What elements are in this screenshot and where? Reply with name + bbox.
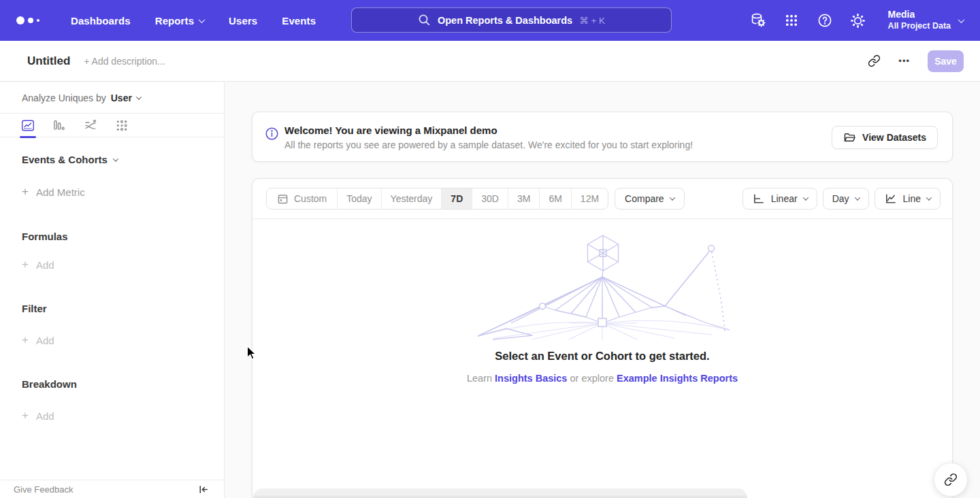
sidebar-footer: Give Feedback — [0, 480, 224, 498]
section-breakdown: Breakdown — [0, 378, 224, 390]
nav-item-users[interactable]: Users — [229, 15, 257, 27]
project-scope: All Project Data — [888, 21, 951, 32]
analyze-label: Analyze Uniques by — [22, 93, 106, 103]
project-name: Media — [888, 9, 951, 21]
save-button[interactable]: Save — [928, 50, 964, 72]
insights-basics-link[interactable]: Insights Basics — [495, 373, 567, 384]
date-range-segmented-control: Custom Today Yesterday 7D 30D 3M 6M 12M — [266, 188, 608, 210]
date-range-30d[interactable]: 30D — [472, 188, 508, 209]
banner-subtitle: All the reports you see are powered by a… — [284, 139, 693, 150]
date-range-12m[interactable]: 12M — [571, 188, 608, 209]
add-metric-button[interactable]: +Add Metric — [0, 185, 224, 199]
analyze-uniques-row: Analyze Uniques by User — [0, 82, 224, 114]
empty-state-title: Select an Event or Cohort to get started… — [252, 350, 952, 363]
project-switcher[interactable]: Media All Project Data — [888, 9, 964, 31]
folder-icon — [843, 132, 856, 144]
data-settings-icon[interactable] — [749, 12, 767, 29]
insights-chart-icon[interactable] — [21, 118, 35, 132]
chevron-down-icon — [926, 195, 932, 200]
link-icon — [944, 473, 958, 486]
search-shortcut: ⌘ + K — [579, 15, 605, 26]
line-chart-icon — [884, 193, 897, 205]
empty-state-links: Learn Insights Basics or explore Example… — [252, 373, 952, 384]
chevron-down-icon — [113, 156, 118, 161]
date-range-6m[interactable]: 6M — [539, 188, 570, 209]
empty-state: Select an Event or Cohort to get started… — [252, 219, 952, 498]
top-navbar: Dashboards Reports Users Events Open Rep… — [0, 0, 980, 41]
nav-item-dashboards[interactable]: Dashboards — [71, 15, 131, 27]
main-content: Welcome! You are viewing a Mixpanel demo… — [225, 82, 980, 498]
funnels-icon[interactable] — [52, 118, 66, 132]
selected-tab-underline — [20, 136, 36, 138]
copy-link-icon[interactable] — [867, 54, 881, 68]
search-icon — [418, 14, 431, 27]
chevron-down-icon — [958, 16, 965, 23]
gear-icon[interactable] — [849, 12, 867, 29]
view-datasets-button[interactable]: View Datasets — [832, 126, 938, 149]
query-builder-sidebar: Analyze Uniques by User — [0, 82, 225, 498]
scale-dropdown[interactable]: Linear — [742, 188, 817, 210]
collapse-left-icon[interactable] — [197, 483, 209, 495]
compare-dropdown[interactable]: Compare — [615, 188, 685, 210]
flows-icon[interactable] — [84, 118, 97, 132]
analyze-by-dropdown[interactable]: User — [111, 93, 141, 103]
section-filter: Filter — [0, 303, 224, 314]
add-breakdown-button[interactable]: +Add — [0, 409, 224, 422]
example-insights-reports-link[interactable]: Example Insights Reports — [617, 373, 738, 384]
add-formula-button[interactable]: +Add — [0, 258, 224, 271]
chevron-down-icon — [669, 195, 674, 200]
granularity-dropdown[interactable]: Day — [823, 188, 869, 210]
nav-item-reports[interactable]: Reports — [155, 15, 204, 27]
axis-linear-icon — [752, 193, 765, 205]
chevron-down-icon — [199, 16, 206, 23]
date-range-today[interactable]: Today — [337, 188, 380, 209]
bottom-panel-edge — [253, 488, 747, 498]
mixpanel-insights-page: Dashboards Reports Users Events Open Rep… — [0, 0, 980, 498]
chart-type-dropdown[interactable]: Line — [875, 188, 941, 210]
mixpanel-logo-icon[interactable] — [16, 16, 41, 24]
navbar-right: Media All Project Data — [749, 0, 964, 41]
global-search-input[interactable]: Open Reports & Dashboards ⌘ + K — [351, 7, 672, 33]
section-events-cohorts[interactable]: Events & Cohorts — [0, 154, 224, 165]
empty-state-illustration — [474, 233, 732, 340]
info-icon — [265, 127, 279, 144]
report-title[interactable]: Untitled — [27, 54, 70, 68]
chevron-down-icon — [854, 195, 860, 200]
add-filter-button[interactable]: +Add — [0, 333, 224, 347]
banner-title: Welcome! You are viewing a Mixpanel demo — [284, 124, 693, 136]
chevron-down-icon — [136, 94, 142, 99]
calendar-icon — [277, 193, 289, 205]
share-link-fab[interactable] — [934, 463, 968, 497]
insights-report-card: Custom Today Yesterday 7D 30D 3M 6M 12M … — [252, 178, 953, 498]
date-range-7d[interactable]: 7D — [441, 188, 472, 209]
date-range-custom[interactable]: Custom — [267, 188, 337, 209]
date-range-3m[interactable]: 3M — [508, 188, 539, 209]
help-icon[interactable] — [816, 12, 834, 29]
date-range-yesterday[interactable]: Yesterday — [381, 188, 442, 209]
report-header: Untitled + Add description... ••• Save — [0, 41, 980, 82]
chevron-down-icon — [802, 195, 808, 200]
give-feedback-link[interactable]: Give Feedback — [14, 484, 73, 495]
welcome-banner: Welcome! You are viewing a Mixpanel demo… — [252, 112, 953, 162]
more-options-button[interactable]: ••• — [898, 56, 910, 66]
report-controls: Custom Today Yesterday 7D 30D 3M 6M 12M … — [252, 179, 952, 219]
search-placeholder: Open Reports & Dashboards — [438, 15, 572, 26]
retention-icon[interactable] — [115, 118, 129, 132]
apps-grid-icon[interactable] — [783, 12, 800, 29]
nav-item-events[interactable]: Events — [282, 15, 316, 27]
report-type-tabs — [0, 114, 224, 137]
nav-menu: Dashboards Reports Users Events — [71, 15, 316, 27]
add-description-field[interactable]: + Add description... — [84, 56, 165, 67]
section-formulas: Formulas — [0, 231, 224, 242]
